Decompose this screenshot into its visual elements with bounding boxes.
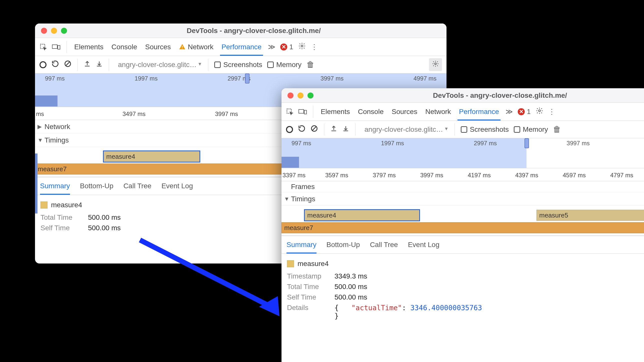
profile-select[interactable]: angry-clover-close.glitc… — [362, 124, 448, 134]
divider — [324, 124, 324, 136]
dtab-call-tree[interactable]: Call Tree — [124, 177, 152, 195]
close-icon[interactable] — [288, 92, 294, 98]
reload-icon[interactable] — [298, 125, 306, 134]
range-handle-left[interactable] — [245, 74, 250, 84]
bar-label: measure5 — [539, 212, 568, 219]
tick-label: 3997 ms — [320, 75, 344, 82]
flame-bar-measure5[interactable]: measure5 — [536, 210, 644, 221]
tick-label: 997 ms — [45, 75, 65, 82]
memory-checkbox[interactable]: Memory — [514, 126, 548, 134]
time-ruler[interactable]: 3397 ms 3597 ms 3797 ms 3997 ms 4197 ms … — [282, 168, 644, 181]
color-swatch-icon — [287, 260, 294, 267]
inspect-icon[interactable] — [40, 43, 47, 51]
dtab-label: Event Log — [408, 241, 440, 249]
tab-label: Performance — [459, 108, 499, 116]
activity-blip — [282, 157, 299, 168]
dtab-bottom-up[interactable]: Bottom-Up — [80, 177, 114, 195]
record-icon[interactable] — [40, 61, 46, 68]
dtab-event-log[interactable]: Event Log — [408, 236, 440, 254]
upload-icon[interactable] — [330, 125, 337, 134]
inspect-icon[interactable] — [286, 108, 294, 116]
record-icon[interactable] — [286, 126, 293, 133]
divider — [454, 124, 455, 136]
brace: } — [334, 312, 339, 320]
minimize-icon[interactable] — [298, 92, 304, 98]
kebab-icon[interactable]: ⋮ — [311, 43, 318, 51]
detail-pane: measure4 Timestamp 3349.3 ms Total Time … — [282, 254, 644, 326]
bar-label: measure4 — [106, 153, 135, 160]
overview-timeline[interactable]: 997 ms 1997 ms 2997 ms 3997 ms 4997 ms C… — [282, 138, 644, 168]
panel-tabs: Elements Console Sources Network Perform… — [282, 103, 644, 121]
error-badge[interactable]: ✕ 1 — [280, 43, 293, 51]
flame-bar-measure4[interactable]: measure4 — [104, 151, 200, 162]
error-icon: ✕ — [280, 44, 287, 50]
tab-label: Elements — [74, 43, 104, 51]
dtab-label: Summary — [286, 241, 316, 249]
kv-value: 500.00 ms — [334, 293, 644, 301]
error-count: 1 — [527, 108, 531, 116]
json-value: 3346.400000035763 — [410, 304, 482, 312]
window-title: DevTools - angry-clover-close.glitch.me/ — [67, 27, 440, 35]
kebab-icon[interactable]: ⋮ — [548, 108, 555, 116]
more-tabs-icon[interactable]: ≫ — [506, 108, 513, 116]
settings-icon[interactable] — [298, 42, 306, 52]
tab-performance[interactable]: Performance — [458, 103, 500, 120]
ruler-tick: ms — [36, 110, 44, 118]
screenshots-checkbox[interactable]: Screenshots — [461, 126, 509, 134]
screenshots-checkbox[interactable]: Screenshots — [214, 61, 262, 69]
download-icon[interactable] — [342, 125, 349, 134]
tab-sources[interactable]: Sources — [144, 38, 172, 56]
ruler-tick: 4197 ms — [468, 172, 491, 179]
tab-elements[interactable]: Elements — [73, 38, 105, 56]
track-frames[interactable]: Frames — [282, 181, 644, 192]
tab-console[interactable]: Console — [356, 103, 385, 120]
dtab-bottom-up[interactable]: Bottom-Up — [326, 236, 360, 254]
ruler-tick: 3997 ms — [420, 172, 443, 179]
tab-console[interactable]: Console — [110, 38, 139, 56]
tab-label: Elements — [321, 108, 350, 116]
tab-network[interactable]: Network — [424, 103, 452, 120]
profile-select[interactable]: angry-clover-close.glitc… — [115, 60, 202, 70]
tick-label: 2997 ms — [474, 140, 497, 147]
tab-network[interactable]: Network — [177, 38, 215, 56]
error-badge[interactable]: ✕ 1 — [518, 108, 531, 116]
clear-icon[interactable] — [310, 125, 318, 134]
close-icon[interactable] — [41, 28, 47, 34]
tab-elements[interactable]: Elements — [319, 103, 352, 120]
zoom-icon[interactable] — [61, 28, 67, 34]
flame-bar-measure7[interactable]: measure7 — [282, 222, 644, 233]
track-timings[interactable]: ▼ Timings — [282, 192, 644, 206]
collect-garbage-icon[interactable]: 🗑 — [553, 125, 561, 134]
more-tabs-icon[interactable]: ≫ — [268, 43, 275, 51]
dtab-summary[interactable]: Summary — [286, 236, 316, 254]
download-icon[interactable] — [96, 60, 103, 69]
dtab-call-tree[interactable]: Call Tree — [370, 236, 398, 254]
device-icon[interactable] — [298, 108, 307, 116]
range-handle-left[interactable] — [524, 138, 529, 148]
dtab-event-log[interactable]: Event Log — [162, 177, 193, 195]
tab-sources[interactable]: Sources — [390, 103, 419, 120]
kv-value: 500.00 ms — [334, 283, 644, 291]
capture-settings-icon[interactable] — [429, 58, 442, 71]
expand-icon: ▶ — [38, 124, 43, 130]
svg-rect-1 — [52, 45, 57, 48]
flame-bar-measure4[interactable]: measure4 — [304, 210, 420, 221]
upload-icon[interactable] — [84, 60, 91, 69]
dtab-label: Bottom-Up — [326, 241, 360, 249]
selection-edge — [35, 154, 38, 214]
collect-garbage-icon[interactable]: 🗑 — [306, 60, 314, 69]
tab-performance[interactable]: Performance — [220, 38, 263, 56]
zoom-icon[interactable] — [308, 92, 314, 98]
memory-checkbox[interactable]: Memory — [267, 61, 302, 69]
minimize-icon[interactable] — [51, 28, 57, 34]
divider — [78, 59, 78, 71]
clear-icon[interactable] — [64, 60, 72, 69]
flame-chart[interactable]: measure4 measure5 measure7 — [282, 206, 644, 236]
device-icon[interactable] — [52, 43, 60, 51]
json-colon: : — [402, 304, 410, 312]
reload-icon[interactable] — [52, 60, 59, 69]
ruler-tick: 3997 ms — [215, 110, 238, 118]
settings-icon[interactable] — [536, 107, 543, 116]
dtab-summary[interactable]: Summary — [40, 177, 70, 195]
tick-label: 4997 ms — [414, 75, 436, 82]
